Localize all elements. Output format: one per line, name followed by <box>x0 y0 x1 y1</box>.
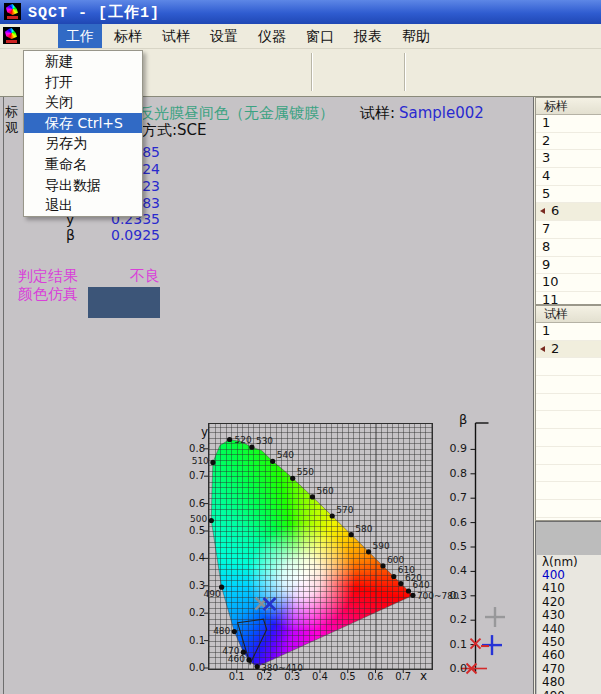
wavelength-row-450[interactable]: 450 <box>537 636 601 649</box>
standard-row-1[interactable]: 1 <box>536 115 601 133</box>
menu-工作[interactable]: 工作 <box>58 24 102 48</box>
wavelength-label-500: 500 <box>190 514 207 524</box>
trial-row-1[interactable]: 1 <box>536 323 601 341</box>
trial-list: 试样 12 <box>535 305 601 521</box>
menu-帮助[interactable]: 帮助 <box>394 24 438 48</box>
menu-item-另存为[interactable]: 另存为 <box>24 133 142 154</box>
menu-item-退出[interactable]: 退出 <box>24 195 142 216</box>
wavelength-row-440[interactable]: 440 <box>537 623 601 636</box>
menu-试样[interactable]: 试样 <box>154 24 198 48</box>
standard-row-8[interactable]: 8 <box>536 239 601 257</box>
standard-row-11[interactable]: 11 <box>536 292 601 305</box>
trial-rows: 12 <box>536 323 601 521</box>
x-tick-0.7: 0.7 <box>395 671 411 682</box>
title-bar[interactable]: SQCT - [工作1] <box>0 0 601 24</box>
selected-marker <box>540 346 545 352</box>
standard-row-3[interactable]: 3 <box>536 150 601 168</box>
x-axis-title: x <box>420 669 427 683</box>
menu-item-保存 Ctrl+S[interactable]: 保存 Ctrl+S <box>24 113 142 134</box>
wavelength-label-520: 520 <box>235 435 252 445</box>
standard-row-7[interactable]: 7 <box>536 221 601 239</box>
standard-row-5[interactable]: 5 <box>536 186 601 204</box>
wavelength-rows: 400410420430440450460470480490 <box>537 569 601 694</box>
beta-tick-0.4: 0.4 <box>447 564 467 577</box>
beta-tick-0.8: 0.8 <box>447 467 467 480</box>
color-simulation-swatch <box>88 287 160 318</box>
menu-item-导出数据[interactable]: 导出数据 <box>24 175 142 196</box>
partial-value: 83 <box>142 195 160 211</box>
right-panel: 标样 1234567891011 试样 12 λ(nm) 40041042043… <box>533 96 601 694</box>
app-icon <box>4 3 21 20</box>
menu-item-关闭[interactable]: 关闭 <box>24 92 142 113</box>
wavelength-row-470[interactable]: 470 <box>537 663 601 676</box>
standard-row-10[interactable]: 10 <box>536 274 601 292</box>
sample-label: 试样: <box>360 104 395 123</box>
x-tick-0.1: 0.1 <box>229 671 245 682</box>
menu-item-打开[interactable]: 打开 <box>24 72 142 93</box>
wavelength-row-400[interactable]: 400 <box>537 569 601 582</box>
standard-rows: 1234567891011 <box>536 115 601 305</box>
x-tick-0.3: 0.3 <box>284 671 300 682</box>
document-icon[interactable] <box>3 27 20 44</box>
y-tick-0.3: 0.3 <box>183 580 205 591</box>
trial-row-empty <box>536 376 601 394</box>
wavelength-row-410[interactable]: 410 <box>537 582 601 595</box>
wavelength-label-490: 490 <box>204 589 221 599</box>
sample-name: Sample002 <box>399 104 484 122</box>
menu-设置[interactable]: 设置 <box>202 24 246 48</box>
trial-row-empty <box>536 394 601 412</box>
wavelength-label-550: 550 <box>297 467 314 477</box>
wavelength-label-460: 460 <box>228 654 245 664</box>
value-row-beta: β 0.0925 <box>66 227 160 243</box>
trial-row-empty <box>536 447 601 465</box>
standard-row-6[interactable]: 6 <box>536 203 601 221</box>
menu-报表[interactable]: 报表 <box>346 24 390 48</box>
menu-标样[interactable]: 标样 <box>106 24 150 48</box>
wavelength-label-530: 530 <box>256 436 273 446</box>
wavelength-label-590: 590 <box>373 541 390 551</box>
trial-row-empty <box>536 465 601 483</box>
menu-item-新建[interactable]: 新建 <box>24 51 142 72</box>
menu-窗口[interactable]: 窗口 <box>298 24 342 48</box>
wavelength-list: λ(nm) 400410420430440450460470480490 <box>537 555 601 694</box>
wavelength-row-430[interactable]: 430 <box>537 609 601 622</box>
trial-row-empty <box>536 500 601 518</box>
wavelength-row-420[interactable]: 420 <box>537 596 601 609</box>
cie-chromaticity-chart <box>208 423 433 670</box>
beta-tick-0.1: 0.1 <box>447 638 467 651</box>
x-tick-0.2: 0.2 <box>257 671 273 682</box>
beta-tick-0.0: 0.0 <box>447 662 467 675</box>
trial-row-empty <box>536 358 601 376</box>
observer-label-fragment: 观 <box>5 119 18 137</box>
x-tick-0.4: 0.4 <box>312 671 328 682</box>
wavelength-label-510: 510 <box>192 456 209 466</box>
trial-row-empty <box>536 411 601 429</box>
toolbar-separator <box>311 53 312 91</box>
wavelength-label-480: 480 <box>213 626 230 636</box>
y-tick-0.7: 0.7 <box>183 470 205 481</box>
chart-grid <box>209 424 432 669</box>
wavelength-row-460[interactable]: 460 <box>537 649 601 662</box>
file-menu-dropdown: 新建打开关闭保存 Ctrl+S另存为重命名导出数据退出 <box>23 50 143 217</box>
standard-row-9[interactable]: 9 <box>536 257 601 275</box>
wavelength-header: λ(nm) <box>537 555 601 569</box>
menu-item-重命名[interactable]: 重命名 <box>24 154 142 175</box>
wavelength-label-560: 560 <box>317 486 334 496</box>
beta-tick-0.5: 0.5 <box>447 540 467 553</box>
standard-row-4[interactable]: 4 <box>536 168 601 186</box>
standard-row-2[interactable]: 2 <box>536 133 601 151</box>
trial-row-2[interactable]: 2 <box>536 341 601 359</box>
beta-tick-0.3: 0.3 <box>447 589 467 602</box>
trial-list-header: 试样 <box>536 306 601 323</box>
y-tick-0.2: 0.2 <box>183 607 205 618</box>
y-tick-0.5: 0.5 <box>183 525 205 536</box>
wavelength-row-490[interactable]: 490 <box>537 690 601 694</box>
y-tick-0.8: 0.8 <box>183 443 205 454</box>
value-beta: 0.0925 <box>111 227 160 243</box>
menu-仪器[interactable]: 仪器 <box>250 24 294 48</box>
y-tick-0.1: 0.1 <box>183 635 205 646</box>
wavelength-row-480[interactable]: 480 <box>537 676 601 689</box>
menu-items: 工作标样试样设置仪器窗口报表帮助 <box>58 24 442 48</box>
y-axis-title: y <box>201 425 208 439</box>
beta-tick-0.9: 0.9 <box>447 442 467 455</box>
